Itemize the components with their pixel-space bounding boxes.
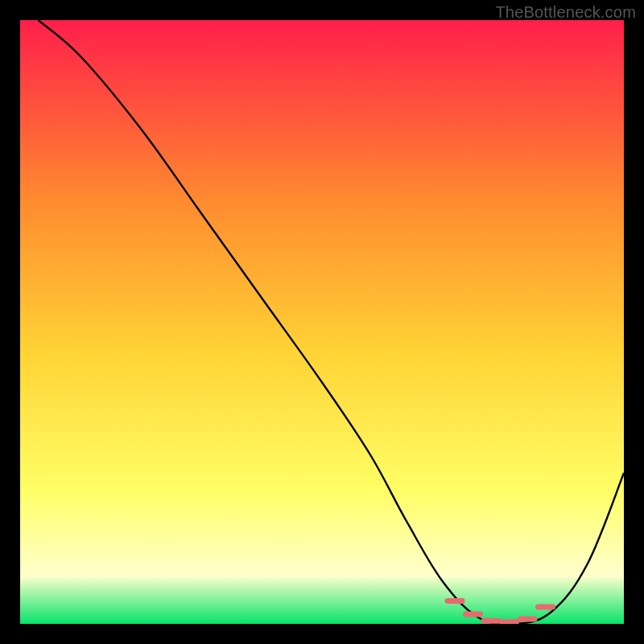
- watermark-text: TheBottleneck.com: [495, 3, 636, 22]
- curve-line: [39, 20, 625, 624]
- optimal-range-markers: [448, 601, 553, 622]
- chart-plot-area: [20, 20, 624, 624]
- bottleneck-curve: [20, 20, 624, 624]
